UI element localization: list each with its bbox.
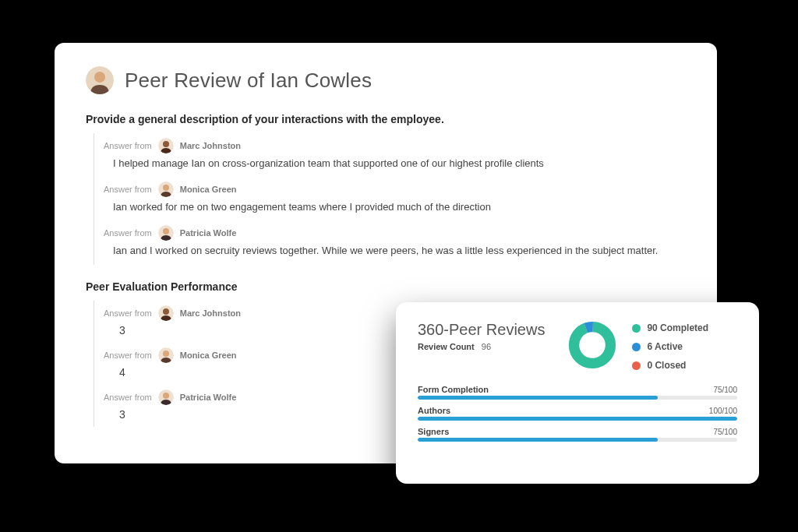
legend-label: 0 Closed — [647, 360, 686, 371]
review-count-label: Review Count — [418, 342, 475, 351]
progress-fill — [418, 438, 658, 442]
reviewer-name: Marc Johnston — [180, 308, 241, 318]
progress-section: Form Completion 75/100 Authors 100/100 S… — [418, 385, 737, 442]
subject-avatar — [86, 66, 114, 94]
svg-point-9 — [163, 308, 169, 315]
reviewer-avatar — [158, 347, 174, 363]
reviewer-name: Marc Johnston — [180, 141, 241, 150]
answer-block: Answer from Monica Green Ian worked for … — [94, 177, 686, 220]
stats-card: 360-Peer Reviews Review Count 96 90 Comp… — [396, 302, 759, 484]
answer-block: Answer from Marc Johnston I helped manag… — [94, 133, 686, 177]
answer-from-label: Answer from — [104, 228, 152, 238]
donut-segment-completed — [574, 327, 611, 364]
stats-subtitle: Review Count 96 — [418, 342, 545, 351]
page-header: Peer Review of Ian Cowles — [86, 66, 686, 94]
svg-point-1 — [94, 72, 105, 83]
page-title: Peer Review of Ian Cowles — [125, 69, 372, 93]
reviewer-avatar — [158, 305, 174, 321]
svg-point-7 — [163, 228, 169, 234]
progress-value: 100/100 — [709, 407, 737, 415]
reviewer-avatar — [158, 389, 174, 405]
progress-label: Authors — [418, 406, 450, 415]
answer-text: Ian and I worked on secruity reviews tog… — [104, 244, 686, 258]
progress-value: 75/100 — [713, 428, 737, 436]
question-2-title: Peer Evaluation Performance — [86, 280, 686, 293]
answer-text: Ian worked for me on two engagement team… — [104, 200, 686, 214]
dot-icon — [632, 343, 641, 351]
legend: 90 Completed 6 Active 0 Closed — [632, 321, 737, 371]
progress-row-authors: Authors 100/100 — [418, 406, 737, 421]
reviewer-avatar — [158, 181, 174, 197]
reviewer-avatar — [158, 138, 174, 153]
answer-from-label: Answer from — [104, 185, 152, 194]
legend-label: 6 Active — [647, 341, 683, 352]
dot-icon — [632, 361, 641, 370]
question-1-title: Provide a general description of your in… — [86, 113, 686, 125]
legend-label: 90 Completed — [647, 322, 708, 333]
progress-label: Form Completion — [418, 385, 489, 394]
progress-bar — [418, 417, 737, 421]
reviewer-avatar — [158, 225, 174, 241]
answer-text: I helped manage Ian on cross-organizatio… — [104, 157, 686, 171]
stats-header: 360-Peer Reviews Review Count 96 90 Comp… — [418, 321, 737, 372]
svg-point-5 — [163, 185, 169, 191]
progress-row-signers: Signers 75/100 — [418, 427, 737, 442]
progress-fill — [418, 396, 658, 400]
answer-from-label: Answer from — [104, 141, 152, 150]
progress-fill — [418, 417, 737, 421]
stats-title: 360-Peer Reviews — [418, 321, 545, 339]
answer-from-label: Answer from — [104, 308, 152, 318]
question-1-answers: Answer from Marc Johnston I helped manag… — [94, 133, 686, 265]
dot-icon — [632, 324, 641, 333]
progress-row-form-completion: Form Completion 75/100 — [418, 385, 737, 400]
svg-point-3 — [163, 141, 169, 147]
progress-label: Signers — [418, 427, 449, 436]
svg-point-11 — [163, 351, 169, 357]
donut-chart — [568, 321, 616, 372]
reviewer-name: Patricia Wolfe — [180, 228, 237, 238]
answer-from-label: Answer from — [104, 351, 152, 360]
progress-bar — [418, 438, 737, 442]
reviewer-name: Monica Green — [180, 351, 237, 360]
answer-block: Answer from Patricia Wolfe Ian and I wor… — [94, 220, 686, 264]
reviewer-name: Patricia Wolfe — [180, 393, 237, 402]
answer-from-label: Answer from — [104, 393, 152, 402]
reviewer-name: Monica Green — [180, 185, 237, 194]
progress-value: 75/100 — [713, 386, 737, 394]
progress-bar — [418, 396, 737, 400]
legend-item-active: 6 Active — [632, 341, 737, 352]
svg-point-13 — [163, 393, 169, 399]
legend-item-completed: 90 Completed — [632, 322, 737, 333]
legend-item-closed: 0 Closed — [632, 360, 737, 371]
review-count-value: 96 — [482, 342, 491, 351]
